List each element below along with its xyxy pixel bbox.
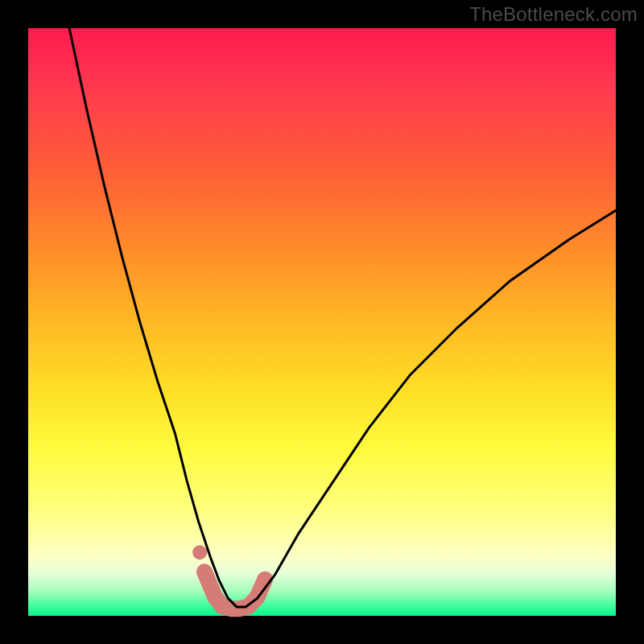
chart-frame: TheBottleneck.com [0, 0, 644, 644]
highlight-basin [204, 572, 265, 609]
bottleneck-curve [69, 28, 616, 607]
watermark-text: TheBottleneck.com [469, 3, 638, 26]
curve-svg [28, 28, 616, 616]
plot-area [28, 28, 616, 616]
highlight-dot [192, 545, 207, 559]
